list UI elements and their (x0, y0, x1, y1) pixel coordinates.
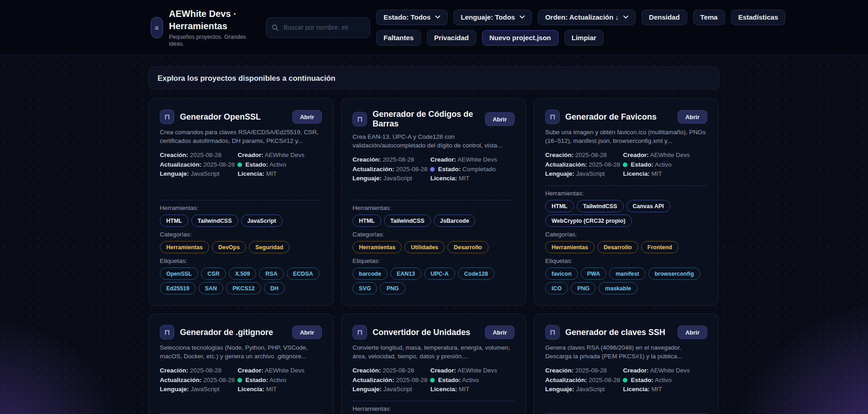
tag-chip: Ed25519 (160, 282, 196, 294)
open-button[interactable]: Abrir (292, 110, 322, 124)
project-description: Sube una imagen y obtén favicon.ico (mul… (545, 128, 707, 145)
meta-lenguaje: Lenguaje: JavaScript (545, 385, 623, 393)
meta-creacion: Creación: 2025-08-28 (352, 367, 430, 374)
app-header: ≡ AEWhite Devs · Herramientas Pequeños p… (0, 0, 868, 55)
divider (352, 401, 515, 401)
project-meta: Creación: 2025-08-28 Creador: AEWhite De… (352, 156, 515, 182)
meta-creacion: Creación: 2025-08-28 (160, 367, 237, 374)
tool-chip: JsBarcode (434, 215, 476, 227)
meta-estado: Estado: Activo (237, 376, 322, 384)
divider (545, 185, 707, 186)
tema-button[interactable]: Tema (693, 10, 725, 25)
tag-chip: X.509 (229, 267, 257, 280)
meta-estado: Estado: Completado (430, 165, 515, 173)
status-dot (623, 162, 627, 167)
project-meta: Creación: 2025-08-28 Creador: AEWhite De… (352, 367, 515, 393)
project-icon: ⊓ (545, 110, 560, 124)
tag-chip: DH (264, 282, 285, 294)
project-meta: Creación: 2025-08-28 Creador: AEWhite De… (545, 367, 707, 393)
tag-chip: favicon (545, 267, 578, 280)
meta-estado: Estado: Activo (623, 376, 707, 384)
chevron-down-icon (435, 16, 440, 19)
meta-creacion: Creación: 2025-08-28 (160, 151, 237, 159)
orden-filter[interactable]: Orden: Actualización ↓ (538, 10, 636, 25)
tool-chip: Canvas API (626, 200, 670, 212)
brand: ≡ AEWhite Devs · Herramientas Pequeños p… (151, 8, 254, 47)
project-title: Generador de .gitignore (180, 328, 273, 337)
tag-chip: CSR (201, 267, 226, 280)
tag-chip: PWA (581, 267, 606, 280)
meta-licencia: Licencia: MIT (237, 385, 322, 393)
densidad-button-label: Densidad (649, 13, 680, 21)
meta-creador: Creador: AEWhite Devs (237, 367, 322, 374)
category-chip: Herramientas (545, 241, 594, 253)
project-title: Generador de claves SSH (565, 328, 665, 337)
open-button[interactable]: Abrir (485, 325, 515, 339)
limpiar-button[interactable]: Limpiar (564, 30, 604, 46)
banner-text: Explora los proyectos disponibles a cont… (158, 74, 336, 83)
meta-lenguaje: Lenguaje: JavaScript (545, 170, 623, 178)
lenguaje-filter[interactable]: Lenguaje: Todos (453, 10, 532, 25)
meta-actualizacion: Actualización: 2025-08-28 (545, 161, 623, 168)
category-chip: DevOps (212, 241, 246, 253)
tool-chip: HTML (545, 200, 574, 212)
open-button[interactable]: Abrir (292, 325, 322, 339)
project-icon: ⊓ (160, 325, 174, 340)
project-description: Selecciona tecnologías (Node, Python, PH… (160, 343, 322, 361)
herramientas-label: Herramientas: (160, 204, 322, 211)
categorias-label: Categorías: (545, 231, 707, 238)
category-chip: Desarrollo (597, 241, 638, 253)
tool-chip: HTML (160, 215, 189, 227)
project-title: Generador OpenSSL (180, 112, 261, 122)
herramientas-chips: HTMLTailwindCSSCanvas APIWebCrypto (CRC3… (545, 200, 707, 227)
divider (352, 200, 515, 200)
estado-filter[interactable]: Estado: Todos (376, 10, 447, 25)
meta-actualizacion: Actualización: 2025-08-28 (545, 376, 623, 384)
project-card: ⊓ Generador de Favicons Abrir Sube una i… (534, 98, 719, 306)
tag-chip: SAN (199, 282, 223, 294)
card-tags-block: Herramientas:HTMLTailwindCSSJavaScript (352, 393, 515, 414)
project-meta: Creación: 2025-08-28 Creador: AEWhite De… (160, 367, 322, 393)
category-chip: Herramientas (352, 241, 402, 253)
meta-lenguaje: Lenguaje: JavaScript (160, 385, 237, 393)
filter-row: FaltantesPrivacidadNuevo project.jsonLim… (376, 30, 785, 46)
categorias-label: Categorías: (160, 231, 322, 238)
tag-chip: OpenSSL (160, 267, 198, 280)
etiquetas-label: Etiquetas: (545, 257, 707, 264)
etiquetas-chips: faviconPWAmanifestbrowserconfigICOPNGmas… (545, 267, 707, 294)
densidad-button[interactable]: Densidad (642, 10, 687, 25)
meta-creacion: Creación: 2025-08-28 (545, 367, 623, 374)
tool-chip: JavaScript (241, 215, 283, 227)
meta-lenguaje: Lenguaje: JavaScript (352, 174, 430, 182)
tag-chip: PKCS12 (226, 282, 261, 294)
divider (160, 200, 322, 200)
privacidad-button[interactable]: Privacidad (427, 30, 476, 46)
menu-button[interactable]: ≡ (151, 17, 163, 38)
project-card: ⊓ Generador de claves SSH Abrir Genera c… (534, 314, 719, 414)
estadisticas-button-label: Estadísticas (738, 13, 779, 21)
estadisticas-button[interactable]: Estadísticas (731, 10, 786, 25)
card-tags-block: Herramientas:HTMLTailwindCSSJsBarcodeCat… (352, 192, 515, 294)
search-icon (272, 24, 279, 31)
chevron-down-icon (623, 16, 628, 19)
category-chip: Seguridad (249, 241, 289, 253)
nuevo-project-json-button-label: Nuevo project.json (489, 34, 551, 42)
open-button[interactable]: Abrir (678, 110, 707, 124)
meta-licencia: Licencia: MIT (623, 170, 707, 178)
meta-lenguaje: Lenguaje: JavaScript (352, 385, 430, 393)
nuevo-project-json-button[interactable]: Nuevo project.json (482, 30, 558, 46)
meta-estado: Estado: Activo (430, 376, 515, 384)
faltantes-button[interactable]: Faltantes (376, 30, 421, 46)
meta-actualizacion: Actualización: 2025-08-28 (352, 376, 430, 384)
tag-chip: barcode (352, 267, 388, 280)
filter-row: Estado: TodosLenguaje: TodosOrden: Actua… (376, 10, 785, 25)
meta-actualizacion: Actualización: 2025-08-28 (352, 165, 430, 173)
meta-creacion: Creación: 2025-08-28 (352, 156, 430, 163)
project-card: ⊓ Generador OpenSSL Abrir Crea comandos … (148, 98, 333, 306)
meta-licencia: Licencia: MIT (623, 385, 707, 393)
category-chip: Herramientas (160, 241, 209, 253)
etiquetas-chips: barcodeEAN13UPC-ACode128SVGPNG (352, 267, 515, 294)
open-button[interactable]: Abrir (678, 325, 707, 339)
search-input[interactable] (283, 23, 364, 31)
open-button[interactable]: Abrir (485, 112, 515, 126)
